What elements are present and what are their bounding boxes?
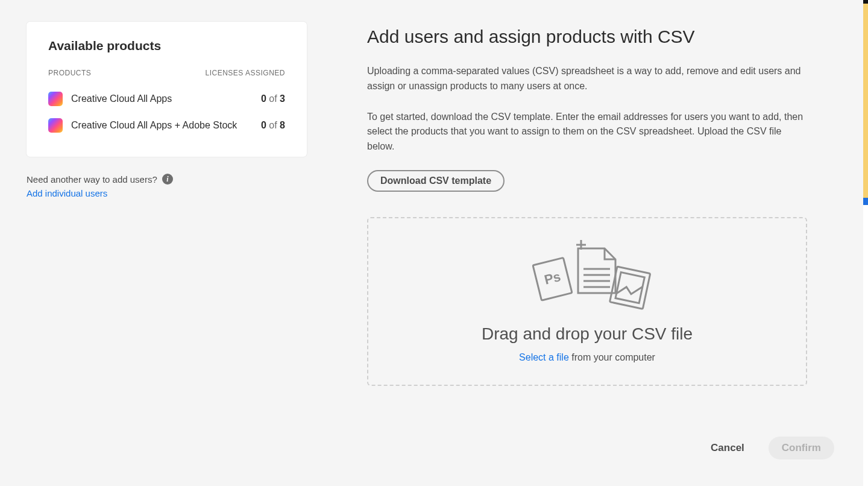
dropzone-illustration-icon: Ps — [380, 238, 794, 310]
product-row: Creative Cloud All Apps + Adobe Stock 0 … — [48, 112, 285, 139]
info-icon[interactable]: i — [162, 174, 173, 185]
csv-dropzone[interactable]: Ps — [367, 217, 807, 386]
license-count: 0 of 3 — [261, 93, 285, 104]
page-title: Add users and assign products with CSV — [367, 27, 807, 47]
add-users-prompt: Need another way to add users? — [27, 174, 157, 185]
dropzone-title: Drag and drop your CSV file — [380, 324, 794, 344]
dropzone-subtext: Select a file from your computer — [380, 352, 794, 363]
col-licenses: LICENSES ASSIGNED — [205, 69, 285, 77]
window-edge-decoration — [863, 0, 868, 486]
product-name: Creative Cloud All Apps + Adobe Stock — [71, 120, 261, 131]
dialog-footer: Cancel Confirm — [711, 437, 834, 459]
creative-cloud-icon — [48, 92, 63, 106]
cancel-button[interactable]: Cancel — [711, 442, 744, 454]
intro-paragraph-2: To get started, download the CSV templat… — [367, 110, 807, 154]
download-csv-template-button[interactable]: Download CSV template — [367, 170, 505, 192]
creative-cloud-icon — [48, 118, 63, 133]
product-row: Creative Cloud All Apps 0 of 3 — [48, 86, 285, 112]
available-products-card: Available products PRODUCTS LICENSES ASS… — [27, 22, 307, 157]
products-table-header: PRODUCTS LICENSES ASSIGNED — [48, 69, 285, 77]
license-count: 0 of 8 — [261, 120, 285, 131]
intro-paragraph-1: Uploading a comma-separated values (CSV)… — [367, 64, 807, 94]
add-individual-users-link[interactable]: Add individual users — [27, 188, 107, 198]
product-name: Creative Cloud All Apps — [71, 93, 261, 104]
svg-text:Ps: Ps — [542, 269, 562, 288]
select-file-link[interactable]: Select a file — [519, 352, 569, 362]
confirm-button[interactable]: Confirm — [769, 437, 834, 459]
card-title: Available products — [48, 39, 285, 53]
col-products: PRODUCTS — [48, 69, 91, 77]
